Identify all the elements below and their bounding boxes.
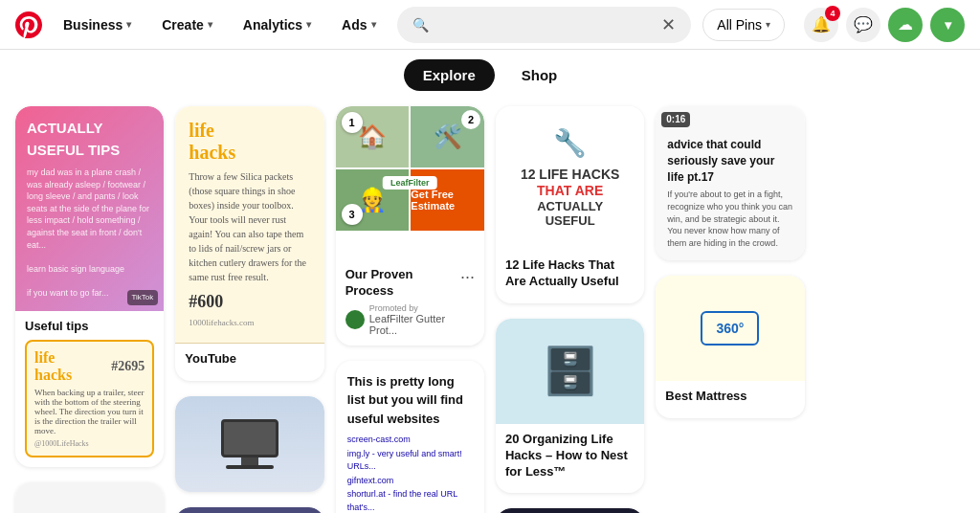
pin-card-heading: ACTUALLY USEFUL TIPS (27, 118, 152, 161)
promoter-avatar (345, 310, 365, 329)
create-menu[interactable]: Create ▾ (152, 11, 222, 38)
lh-body-text: When backing up a trailer, steer with th… (34, 388, 145, 435)
get-estimate-label[interactable]: Get Free Estimate (411, 189, 484, 212)
pin-body: Our Proven Process ··· Promoted by LeafF… (336, 259, 484, 346)
explore-tab[interactable]: Explore (404, 59, 495, 91)
chevron-down-icon: ▾ (306, 19, 311, 30)
life-hacks-tip-text: Throw a few Silica packets (those square… (189, 169, 310, 284)
promoted-label: Promoted by (369, 303, 475, 313)
pin-card[interactable]: This is pretty long list but you will fi… (336, 361, 484, 513)
pin-image: 🗄️ (496, 319, 644, 424)
pin-body: 12 Life Hacks That Are Actually Useful (496, 250, 644, 303)
pin-card[interactable]: 9 WAYS TO GET FREE STUFF without Surveys… (175, 507, 323, 513)
site-source: 1000lifehacks.com (189, 318, 254, 327)
lh-source: @1000LifeHacks (34, 439, 145, 448)
hacks-icon: 🔧 (553, 127, 587, 159)
pin-grid: ACTUALLY USEFUL TIPS my dad was in a pla… (0, 99, 980, 513)
hacks-actually-text: ACTUALLY (537, 199, 603, 214)
pin-body: Useful tips lifehacks #2695 When backing… (15, 311, 164, 468)
pin-image: ACTUALLY USEFUL TIPS my dad was in a pla… (15, 106, 164, 311)
shop-tab[interactable]: Shop (502, 59, 577, 91)
number-badge-3: 3 (342, 204, 363, 225)
pin-title: Our Proven Process (345, 267, 460, 300)
pin-body: YouTube (175, 344, 323, 381)
analytics-menu[interactable]: Analytics ▾ (234, 11, 321, 38)
all-pins-filter[interactable]: All Pins ▾ (702, 9, 785, 41)
cloud-button[interactable]: ☁ (888, 8, 923, 42)
leaffilter-brand: LeafFilter (383, 176, 437, 190)
hacks-are-text: THAT ARE (537, 183, 603, 199)
clear-search-button[interactable]: ✕ (661, 14, 676, 35)
pin-image: lifehacks Throw a few Silica packets (th… (175, 106, 323, 344)
pin-image: 360° (656, 276, 804, 381)
pin-card[interactable]: ACTUALLY USEFUL TIPS my dad was in a pla… (15, 106, 164, 467)
desk-illustration (221, 419, 278, 469)
pin-image: 9 WAYS TO GET FREE STUFF without Surveys… (175, 507, 323, 513)
pin-card[interactable]: 360° Best Mattress (656, 276, 804, 418)
pin-card[interactable]: lifehacks Throw a few Silica packets (th… (175, 106, 323, 381)
life-hacks-mini-card: lifehacks #2695 When backing up a traile… (25, 340, 154, 457)
website-item: gifntext.com (347, 475, 473, 488)
search-icon: 🔍 (412, 17, 429, 33)
pin-card[interactable] (175, 396, 323, 492)
life-hacks-brand: lifehacks (189, 120, 235, 164)
lh-label: lifehacks (34, 349, 72, 384)
pin-card[interactable]: 🔧 12 LIFE HACKS THAT ARE ACTUALLY USEFUL… (496, 106, 644, 303)
top-navigation: Business ▾ Create ▾ Analytics ▾ Ads ▾ 🔍 … (0, 0, 980, 50)
lh-number: #2695 (111, 359, 145, 374)
chevron-down-icon: ▾ (766, 19, 770, 30)
search-input[interactable]: life hacks (436, 16, 655, 33)
lf-cell-2: 2 🛠️ (411, 106, 484, 167)
promoter-name: LeafFilter Gutter Prot... (369, 313, 475, 336)
pin-image: 🏠 2 🛠️ 👷 Get Free Estimate 1 3 LeafFilte… (336, 106, 484, 259)
video-duration-badge: 0:16 (661, 112, 690, 127)
nav-right-icons: 🔔 4 💬 ☁ ▾ (804, 8, 965, 42)
website-item: img.ly - very useful and smart! URLs... (347, 448, 473, 474)
pin-body: 20 Organizing Life Hacks – How to Nest f… (496, 424, 644, 494)
advice-body-text: If you're about to get in a fight, recog… (667, 189, 792, 249)
advice-title-text: advice that could seriously save your li… (667, 137, 792, 185)
hacks-number-text: 12 LIFE HACKS (521, 167, 619, 183)
pinterest-logo[interactable] (15, 11, 42, 38)
chevron-down-icon: ▾ (208, 19, 212, 30)
content-tabs: Explore Shop (0, 50, 980, 99)
number-badge-1: 1 (342, 112, 363, 133)
chevron-down-icon: ▾ (126, 19, 131, 30)
hacks-useful-text: USEFUL (546, 213, 595, 229)
pin-card[interactable]: 0:16 advice that could seriously save yo… (656, 106, 804, 260)
number-badge-2: 2 (461, 110, 480, 129)
pin-card[interactable]: 7 Shaving HacksEvery Guy Should Know™ (496, 508, 644, 513)
ads-menu[interactable]: Ads ▾ (332, 11, 385, 38)
notification-badge: 4 (825, 6, 840, 21)
tiktok-source-badge: TikTok (127, 290, 159, 305)
messages-button[interactable]: 💬 (846, 8, 880, 42)
website-item: screen-cast.com (347, 434, 473, 447)
pin-title: 12 Life Hacks That Are Actually Useful (505, 257, 635, 290)
pin-image: This is pretty long list but you will fi… (336, 361, 484, 513)
pin-card[interactable]: ALIEN TAPE As Seen on TV Alien Tape 10 f… (15, 482, 164, 513)
pin-body: Best Mattress (656, 381, 804, 418)
pin-image: 🔧 12 LIFE HACKS THAT ARE ACTUALLY USEFUL (496, 106, 644, 250)
website-item: shorturl.at - find the real URL that's..… (347, 488, 473, 513)
search-bar: 🔍 life hacks ✕ (397, 7, 692, 43)
pin-card-text: my dad was in a plane crash / was alread… (27, 167, 152, 300)
pin-title: Best Mattress (665, 389, 794, 405)
pin-card[interactable]: 🏠 2 🛠️ 👷 Get Free Estimate 1 3 LeafFilte… (336, 106, 484, 346)
mattress-brand: 360° (701, 311, 759, 346)
more-options-button[interactable]: ··· (460, 267, 475, 303)
user-avatar[interactable]: ▾ (930, 8, 965, 42)
pin-title: 20 Organizing Life Hacks – How to Nest f… (505, 432, 635, 480)
chevron-down-icon: ▾ (371, 19, 376, 30)
pin-card[interactable]: 🗄️ 20 Organizing Life Hacks – How to Nes… (496, 319, 644, 494)
pin-title: YouTube (185, 351, 314, 368)
promoted-info: Promoted by LeafFilter Gutter Prot... (345, 303, 475, 336)
mattress-logo: 360° (701, 311, 759, 346)
websites-title: This is pretty long list but you will fi… (347, 372, 473, 429)
business-menu[interactable]: Business ▾ (54, 11, 141, 38)
pin-title: Useful tips (25, 319, 154, 335)
notifications-button[interactable]: 🔔 4 (804, 8, 838, 42)
pin-image: ALIEN TAPE (15, 482, 164, 513)
pin-image: 0:16 advice that could seriously save yo… (656, 106, 804, 260)
pin-image (175, 396, 323, 492)
organizing-visual: 🗄️ (542, 345, 599, 398)
